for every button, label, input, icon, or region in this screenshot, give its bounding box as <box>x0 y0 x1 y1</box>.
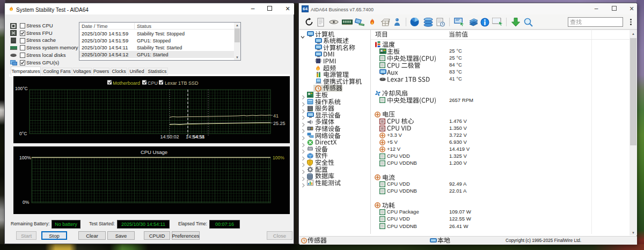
svg-text:CPU Usage: CPU Usage <box>141 149 167 155</box>
svg-text:0°C: 0°C <box>19 131 27 136</box>
svg-text:41: 41 <box>273 113 279 119</box>
svg-text:Motherboard: Motherboard <box>113 80 140 86</box>
svg-text:CPU: CPU <box>148 80 158 86</box>
svg-text:25.25: 25.25 <box>273 121 286 126</box>
svg-text:100%: 100% <box>273 155 284 160</box>
svg-text:14:50:02: 14:50:02 <box>160 134 179 139</box>
svg-text:100°C: 100°C <box>15 86 28 91</box>
svg-text::54:11: :54:11 <box>192 134 204 139</box>
svg-text:0%: 0% <box>23 200 30 205</box>
svg-text:Lexar 1TB SSD: Lexar 1TB SSD <box>165 80 199 86</box>
svg-text:100%: 100% <box>19 155 31 160</box>
